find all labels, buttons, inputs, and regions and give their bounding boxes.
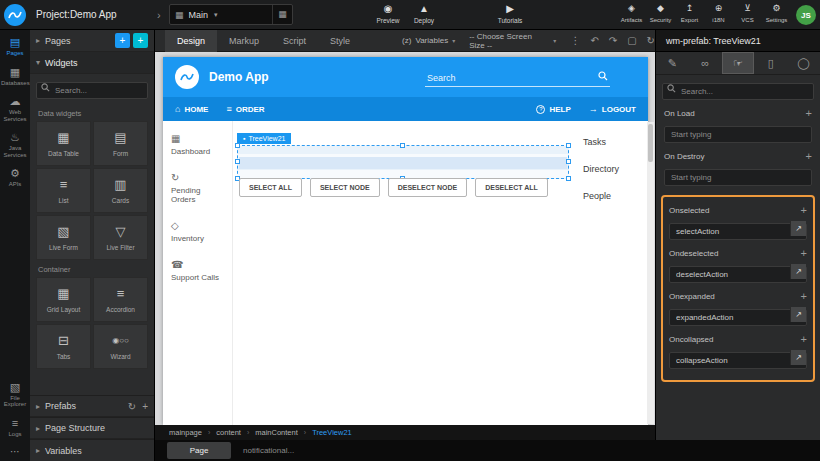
- sidebar-item-web-services[interactable]: ☁ Web Services: [0, 95, 30, 122]
- undo-icon[interactable]: ↶: [590, 35, 598, 46]
- widget-tile-wizard[interactable]: ◉○○ Wizard: [93, 324, 148, 369]
- tab-style[interactable]: Style: [318, 30, 362, 52]
- page-selector[interactable]: ▦ Main ▾ ▦: [169, 4, 293, 25]
- vcs-button[interactable]: ⊻ VCS: [734, 2, 761, 23]
- redo-icon[interactable]: ↷: [609, 35, 617, 46]
- more-vertical-icon[interactable]: ⋮: [570, 35, 580, 46]
- sidebar-item-file-explorer[interactable]: ▧ File Explorer: [0, 381, 30, 408]
- widget-tile-data-table[interactable]: ▦ Data Table: [36, 121, 91, 166]
- device-preview-icon[interactable]: ▢: [627, 35, 636, 46]
- add-prefab-icon[interactable]: +: [142, 401, 148, 412]
- breadcrumb-mainpage[interactable]: mainpage: [169, 428, 202, 437]
- breadcrumb-treeview21[interactable]: TreeView21: [312, 428, 352, 437]
- sidebar-item-java-services[interactable]: ♨ Java Services: [0, 131, 30, 158]
- select-node-button[interactable]: SELECT NODE: [310, 178, 380, 197]
- widget-search-input[interactable]: [36, 82, 148, 99]
- artifacts-button[interactable]: ◈ Artifacts: [618, 2, 645, 23]
- tab-markup[interactable]: Markup: [217, 30, 271, 52]
- widget-tile-tabs[interactable]: ⊟ Tabs: [36, 324, 91, 369]
- add-ondeselected-action-icon[interactable]: +: [801, 247, 807, 259]
- selected-widget-tag[interactable]: ▪ TreeView21: [237, 133, 291, 144]
- resize-handle[interactable]: [400, 143, 405, 148]
- resize-handle[interactable]: [566, 143, 571, 148]
- deselect-all-button[interactable]: DESELECT ALL: [475, 178, 548, 197]
- search-icon[interactable]: [598, 71, 608, 81]
- tab-styles[interactable]: ✎: [656, 52, 689, 74]
- prefabs-section-header[interactable]: ▸ Prefabs ↻ +: [30, 395, 154, 417]
- nav-order[interactable]: ≡ ORDER: [226, 104, 264, 114]
- open-action-dialog-icon[interactable]: ↗: [790, 221, 806, 236]
- sidebar-item-pages[interactable]: ▤ Pages: [0, 36, 30, 57]
- app-search-input[interactable]: [425, 69, 610, 87]
- sidebar-item-logs[interactable]: ≡ Logs: [0, 417, 30, 438]
- events-search-input[interactable]: [662, 83, 814, 100]
- user-avatar[interactable]: JS: [796, 5, 816, 25]
- widgets-section-header[interactable]: ▾ Widgets: [30, 52, 154, 74]
- resize-handle[interactable]: [566, 159, 571, 164]
- menu-item-inventory[interactable]: ◇ Inventory: [171, 220, 224, 243]
- widget-tile-list[interactable]: ≡ List: [36, 168, 91, 213]
- add-onload-action-icon[interactable]: +: [806, 107, 812, 119]
- widget-tile-grid-layout[interactable]: ▦ Grid Layout: [36, 277, 91, 322]
- add-partial-button[interactable]: +: [133, 33, 148, 48]
- oncollapsed-action-input[interactable]: [669, 352, 807, 369]
- page-tab[interactable]: Page: [167, 442, 231, 459]
- resize-handle[interactable]: [566, 176, 571, 181]
- canvas-scrollbar[interactable]: [647, 122, 654, 424]
- tab-bindings[interactable]: ∞: [689, 52, 722, 74]
- variables-section-header[interactable]: ▸ Variables: [30, 439, 154, 461]
- tab-events[interactable]: ☞: [722, 52, 755, 74]
- scrollbar-thumb[interactable]: [648, 124, 653, 162]
- breadcrumb-content[interactable]: content: [216, 428, 241, 437]
- deploy-button[interactable]: ▲ Deploy: [404, 2, 444, 24]
- sidebar-item-databases[interactable]: ▦ Databases: [0, 66, 30, 87]
- add-onselected-action-icon[interactable]: +: [801, 204, 807, 216]
- ondestroy-action-input[interactable]: [664, 169, 812, 186]
- nav-logout[interactable]: → LOGOUT: [589, 104, 636, 114]
- menu-item-support-calls[interactable]: ☎ Support Calls: [171, 259, 224, 282]
- tab-design[interactable]: Design: [165, 30, 217, 52]
- variables-dropdown[interactable]: (z) Variables ▾: [402, 36, 455, 45]
- link-people[interactable]: People: [583, 191, 619, 201]
- preview-button[interactable]: ◉ Preview: [368, 2, 408, 24]
- page-structure-section-header[interactable]: ▸ Page Structure: [30, 417, 154, 439]
- tab-devices[interactable]: ▯: [754, 52, 787, 74]
- widget-tile-accordion[interactable]: ≡ Accordion: [93, 277, 148, 322]
- more-options-icon[interactable]: ⋯: [10, 446, 20, 457]
- sidebar-item-apis[interactable]: ⚙ APIs: [0, 167, 30, 188]
- i18n-button[interactable]: ⊕ i18N: [705, 2, 732, 23]
- ondeselected-action-input[interactable]: [669, 266, 807, 283]
- tutorials-button[interactable]: ▶ Tutorials: [490, 2, 530, 24]
- export-button[interactable]: ↥ Export: [676, 2, 703, 23]
- pages-section-header[interactable]: ▸ Pages + +: [30, 30, 154, 52]
- settings-button[interactable]: ⚙ Settings: [763, 2, 790, 23]
- onselected-action-input[interactable]: [669, 223, 807, 240]
- pages-grid-icon[interactable]: ▦: [272, 5, 292, 24]
- widget-tile-form[interactable]: ▤ Form: [93, 121, 148, 166]
- refresh-canvas-icon[interactable]: ↻: [647, 35, 655, 46]
- widget-tile-cards[interactable]: ▥ Cards: [93, 168, 148, 213]
- tab-script[interactable]: Script: [271, 30, 318, 52]
- link-tasks[interactable]: Tasks: [583, 137, 619, 147]
- add-page-button[interactable]: +: [115, 33, 130, 48]
- link-directory[interactable]: Directory: [583, 164, 619, 174]
- security-button[interactable]: ◆ Security: [647, 2, 674, 23]
- onexpanded-action-input[interactable]: [669, 309, 807, 326]
- add-onexpanded-action-icon[interactable]: +: [801, 290, 807, 302]
- nav-help[interactable]: ? HELP: [536, 104, 570, 114]
- onload-action-input[interactable]: [664, 126, 812, 143]
- open-action-dialog-icon[interactable]: ↗: [790, 264, 806, 279]
- breadcrumb-maincontent[interactable]: mainContent: [255, 428, 298, 437]
- treeview-widget-selection[interactable]: ▪ TreeView21: [237, 127, 569, 179]
- menu-item-pending-orders[interactable]: ↻ Pending Orders: [171, 172, 224, 204]
- treeview-widget[interactable]: [237, 145, 569, 179]
- widget-tile-live-filter[interactable]: ▽ Live Filter: [93, 215, 148, 260]
- resize-handle[interactable]: [235, 143, 240, 148]
- add-ondestroy-action-icon[interactable]: +: [806, 150, 812, 162]
- tab-states[interactable]: ◯: [787, 52, 820, 74]
- wavemaker-logo[interactable]: [4, 4, 26, 26]
- select-all-button[interactable]: SELECT ALL: [239, 178, 302, 197]
- deselect-node-button[interactable]: DESELECT NODE: [388, 178, 468, 197]
- menu-item-dashboard[interactable]: ▦ Dashboard: [171, 133, 224, 156]
- refresh-prefabs-icon[interactable]: ↻: [128, 401, 136, 412]
